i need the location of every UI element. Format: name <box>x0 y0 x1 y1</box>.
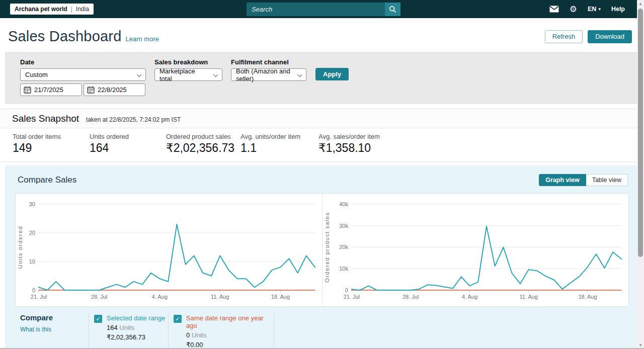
search-icon <box>389 6 396 13</box>
svg-text:40k: 40k <box>339 201 348 207</box>
svg-text:21. Jul: 21. Jul <box>31 294 47 300</box>
chevron-down-icon: ▾ <box>598 7 601 12</box>
sales-breakdown-select[interactable]: Marketplace total <box>154 68 222 81</box>
stat-value: ₹1,358.10 <box>318 141 380 155</box>
charts-panel: 010203021. Jul28. Jul4. Aug11. Aug18. Au… <box>15 193 629 307</box>
global-search <box>247 3 400 16</box>
to-date-field[interactable] <box>84 83 145 96</box>
legend-units: 0 Units <box>186 331 274 339</box>
top-navigation-bar: Archana pet world | India ⚙ EN ▾ Help <box>0 0 644 18</box>
units-ordered-chart-container: 010203021. Jul28. Jul4. Aug11. Aug18. Au… <box>16 194 322 306</box>
page-title: Sales Dashboard <box>8 28 121 45</box>
legend-sales: ₹0.00 <box>186 341 274 348</box>
svg-text:28. Jul: 28. Jul <box>91 294 107 300</box>
stat-value: 1.1 <box>240 141 318 155</box>
legend-label[interactable]: Selected date range <box>107 314 165 322</box>
compare-legend-row: Compare What is this ✓ Selected date ran… <box>5 307 639 349</box>
legend-units: 164 Units <box>107 324 165 331</box>
filters-panel: Date Custom Sales breakdown Marketplace … <box>5 52 639 104</box>
svg-text:11. Aug: 11. Aug <box>520 294 538 300</box>
stat-label: Units ordered <box>90 133 166 140</box>
language-selector[interactable]: EN ▾ <box>588 6 601 13</box>
view-toggle: Graph view Table view <box>539 174 628 186</box>
language-label: EN <box>588 6 596 13</box>
scroll-down-arrow-icon[interactable]: ▼ <box>637 341 644 349</box>
svg-text:0: 0 <box>32 287 35 293</box>
stat-label: Total order items <box>13 133 90 140</box>
table-view-button[interactable]: Table view <box>586 174 628 186</box>
learn-more-link[interactable]: Learn more <box>125 35 158 43</box>
stat-value: ₹2,02,356.73 <box>166 141 240 155</box>
graph-view-button[interactable]: Graph view <box>539 174 586 186</box>
stat-ordered-product-sales: Ordered product sales ₹2,02,356.73 <box>166 133 240 155</box>
selected-date-range-checkbox[interactable]: ✓ <box>94 315 102 323</box>
date-filter-label: Date <box>20 58 146 66</box>
svg-text:18. Aug: 18. Aug <box>578 294 597 300</box>
stat-total-order-items: Total order items 149 <box>13 133 90 155</box>
svg-text:11. Aug: 11. Aug <box>211 294 229 300</box>
svg-text:4. Aug: 4. Aug <box>462 294 477 300</box>
svg-text:20k: 20k <box>339 244 348 250</box>
svg-text:10: 10 <box>29 258 35 265</box>
to-date-input[interactable] <box>98 86 138 94</box>
from-date-field[interactable] <box>20 83 82 96</box>
svg-text:10k: 10k <box>339 266 348 272</box>
legend-label[interactable]: Same date range one year ago <box>186 314 274 329</box>
legend-sales: ₹2,02,356.73 <box>107 333 165 341</box>
search-input[interactable] <box>247 3 385 16</box>
settings-gear-icon[interactable]: ⚙ <box>570 5 577 14</box>
stat-avg-sales-order-item: Avg. sales/order item ₹1,358.10 <box>318 133 380 155</box>
compare-title: Compare <box>20 313 89 322</box>
vertical-scrollbar[interactable]: ▲ ▼ <box>637 0 644 349</box>
svg-text:28. Jul: 28. Jul <box>403 294 419 300</box>
svg-text:Ordered product sales: Ordered product sales <box>324 212 330 282</box>
svg-text:0: 0 <box>345 287 348 293</box>
units-count: 164 <box>107 324 118 331</box>
download-button[interactable]: Download <box>588 30 632 43</box>
refresh-button[interactable]: Refresh <box>545 30 583 43</box>
search-button[interactable] <box>385 3 400 16</box>
apply-button[interactable]: Apply <box>315 68 349 80</box>
chevron-down-icon <box>137 72 141 77</box>
stat-label: Avg. units/order item <box>240 133 318 140</box>
units-suffix: Units <box>192 331 207 339</box>
ordered-product-sales-chart: 010k20k30k40k21. Jul28. Jul4. Aug11. Aug… <box>323 194 628 306</box>
svg-text:30k: 30k <box>339 223 348 229</box>
svg-text:21. Jul: 21. Jul <box>344 294 360 300</box>
stat-value: 149 <box>13 141 90 155</box>
fulfilment-channel-label: Fulfilment channel <box>231 58 306 66</box>
seller-account-picker[interactable]: Archana pet world | India <box>10 4 94 15</box>
svg-text:4. Aug: 4. Aug <box>152 294 168 300</box>
from-date-input[interactable] <box>34 86 74 94</box>
calendar-icon <box>24 86 31 94</box>
page-header: Sales Dashboard Learn more Refresh Downl… <box>0 18 644 52</box>
messages-icon[interactable] <box>549 6 559 13</box>
stat-value: 164 <box>90 141 166 155</box>
compare-sales-section: Compare Sales Graph view Table view 0102… <box>5 165 639 349</box>
date-range-select[interactable]: Custom <box>20 68 146 81</box>
seller-divider: | <box>71 6 72 13</box>
date-range-value: Custom <box>25 71 48 78</box>
compare-sales-title: Compare Sales <box>18 175 76 185</box>
units-suffix: Units <box>119 324 134 331</box>
legend-item-selected-date-range: ✓ Selected date range 164 Units ₹2,02,35… <box>89 313 168 349</box>
svg-text:20: 20 <box>29 230 35 236</box>
calendar-icon <box>87 86 95 94</box>
stat-label: Ordered product sales <box>166 133 240 140</box>
stat-units-ordered: Units ordered 164 <box>90 133 166 155</box>
seller-name: Archana pet world <box>15 6 67 13</box>
sales-breakdown-value: Marketplace total <box>159 67 209 82</box>
scrollbar-thumb[interactable] <box>638 9 643 257</box>
fulfilment-channel-select[interactable]: Both (Amazon and seller) <box>231 68 306 81</box>
svg-text:18. Aug: 18. Aug <box>271 294 290 300</box>
sales-breakdown-label: Sales breakdown <box>154 58 222 66</box>
what-is-this-link[interactable]: What is this <box>20 326 89 333</box>
snapshot-title: Sales Snapshot <box>12 113 79 124</box>
snapshot-timestamp: taken at 22/8/2025, 7:24:02 pm IST <box>86 116 181 123</box>
fulfilment-channel-value: Both (Amazon and seller) <box>236 67 293 82</box>
scroll-up-arrow-icon[interactable]: ▲ <box>637 0 644 8</box>
one-year-ago-checkbox[interactable]: ✓ <box>174 315 182 323</box>
sales-snapshot-section: Sales Snapshot taken at 22/8/2025, 7:24:… <box>0 109 644 162</box>
chevron-down-icon <box>297 72 302 77</box>
help-link[interactable]: Help <box>611 6 625 13</box>
